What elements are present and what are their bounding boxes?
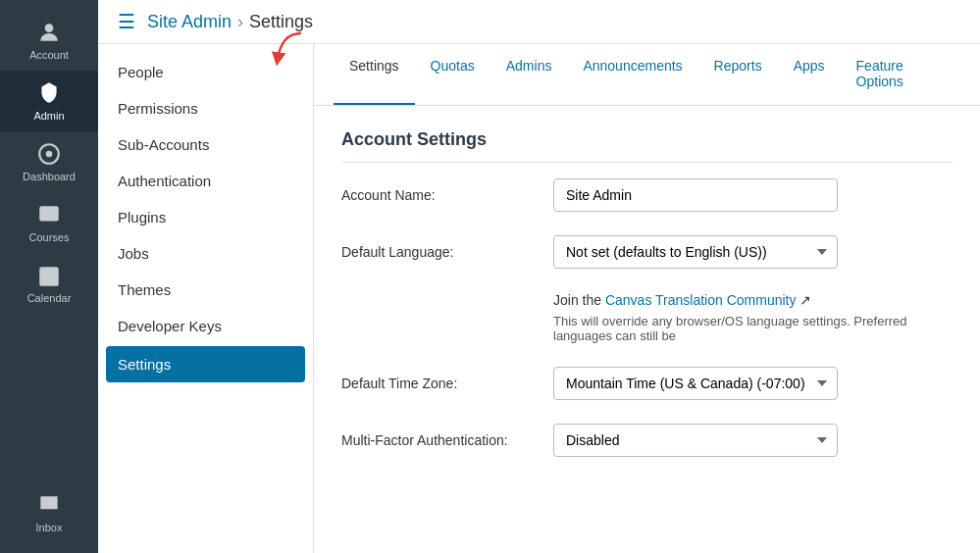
sidebar-item-label: Inbox xyxy=(36,522,63,533)
inbox-icon xyxy=(36,492,62,518)
translation-community-link[interactable]: Canvas Translation Community xyxy=(605,292,797,308)
side-nav-developer-keys[interactable]: Developer Keys xyxy=(98,308,313,344)
default-timezone-row: Default Time Zone: Mountain Time (US & C… xyxy=(341,367,953,400)
breadcrumb: Site Admin › Settings xyxy=(147,12,313,32)
courses-icon xyxy=(36,202,62,227)
side-nav-sub-accounts[interactable]: Sub-Accounts xyxy=(98,126,313,163)
default-language-row: Default Language: Not set (defaults to E… xyxy=(341,235,953,269)
default-language-label: Default Language: xyxy=(341,244,538,260)
settings-content: Account Settings Account Name: Default L… xyxy=(314,106,980,504)
calendar-icon xyxy=(36,263,62,288)
breadcrumb-current: Settings xyxy=(249,12,313,32)
tabs-bar: Settings Quotas Admins Announcements Rep… xyxy=(314,44,980,106)
global-sidebar: Account Admin Dashboard Courses Calendar… xyxy=(0,0,98,553)
section-title: Account Settings xyxy=(341,129,953,163)
breadcrumb-link[interactable]: Site Admin xyxy=(147,12,232,32)
account-name-row: Account Name: xyxy=(341,178,953,212)
content-layout: People Permissions Sub-Accounts Authenti… xyxy=(98,44,980,553)
tab-apps[interactable]: Apps xyxy=(778,44,841,105)
account-name-input[interactable] xyxy=(553,178,838,212)
sidebar-item-dashboard[interactable]: Dashboard xyxy=(0,131,98,192)
sidebar-item-inbox[interactable]: Inbox xyxy=(0,482,98,543)
side-nav-people[interactable]: People xyxy=(98,54,313,90)
mfa-label: Multi-Factor Authentication: xyxy=(341,432,538,448)
side-nav: People Permissions Sub-Accounts Authenti… xyxy=(98,44,314,553)
main-panel: Settings Quotas Admins Announcements Rep… xyxy=(314,44,980,553)
topbar: ☰ Site Admin › Settings xyxy=(98,0,980,44)
side-nav-themes[interactable]: Themes xyxy=(98,272,313,308)
svg-point-0 xyxy=(45,24,54,32)
hamburger-button[interactable]: ☰ xyxy=(118,10,135,33)
default-language-select[interactable]: Not set (defaults to English (US)) xyxy=(553,235,838,269)
tab-quotas[interactable]: Quotas xyxy=(415,44,490,105)
sidebar-item-admin[interactable]: Admin xyxy=(0,71,98,131)
translation-link-row: Join the Canvas Translation Community ↗ … xyxy=(341,292,953,343)
svg-rect-3 xyxy=(39,267,59,286)
side-nav-permissions[interactable]: Permissions xyxy=(98,90,313,126)
side-nav-authentication[interactable]: Authentication xyxy=(98,163,313,199)
mfa-select[interactable]: Disabled xyxy=(553,424,838,457)
side-nav-plugins[interactable]: Plugins xyxy=(98,199,313,235)
sidebar-item-calendar[interactable]: Calendar xyxy=(0,253,98,314)
sidebar-item-label: Courses xyxy=(29,231,70,243)
tab-admins[interactable]: Admins xyxy=(490,44,568,105)
tab-announcements[interactable]: Announcements xyxy=(567,44,697,105)
account-icon xyxy=(36,20,62,45)
translation-link-text: Join the Canvas Translation Community ↗ xyxy=(553,292,953,308)
side-nav-settings[interactable]: Settings xyxy=(106,346,305,382)
default-timezone-select[interactable]: Mountain Time (US & Canada) (-07:00) xyxy=(553,367,838,400)
sidebar-item-label: Calendar xyxy=(27,292,72,304)
sidebar-item-label: Account xyxy=(29,49,69,61)
side-nav-jobs[interactable]: Jobs xyxy=(98,235,313,272)
svg-rect-2 xyxy=(39,206,59,221)
sidebar-item-courses[interactable]: Courses xyxy=(0,192,98,253)
sidebar-item-label: Dashboard xyxy=(23,171,76,182)
dashboard-icon xyxy=(36,141,62,167)
tab-reports[interactable]: Reports xyxy=(698,44,778,105)
sidebar-item-label: Admin xyxy=(33,110,64,122)
admin-icon xyxy=(36,80,62,106)
mfa-row: Multi-Factor Authentication: Disabled xyxy=(341,424,953,457)
default-timezone-label: Default Time Zone: xyxy=(341,376,538,391)
tab-settings[interactable]: Settings xyxy=(334,44,415,105)
translation-note: This will override any browser/OS langua… xyxy=(553,314,953,343)
tab-feature-options[interactable]: Feature Options xyxy=(841,44,960,105)
sidebar-item-account[interactable]: Account xyxy=(0,10,98,71)
account-name-label: Account Name: xyxy=(341,187,538,203)
main-area: ☰ Site Admin › Settings People Permissio… xyxy=(98,0,980,553)
breadcrumb-separator: › xyxy=(237,12,243,32)
